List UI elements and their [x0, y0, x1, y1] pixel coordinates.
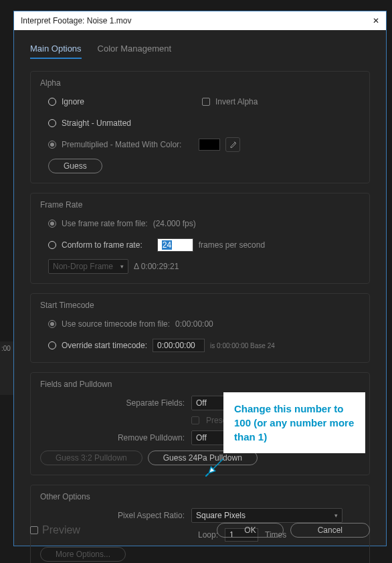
tab-color-management[interactable]: Color Management [98, 44, 172, 59]
radio-premultiplied[interactable] [48, 141, 56, 149]
cancel-button[interactable]: Cancel [290, 523, 370, 538]
dialog-footer: Preview OK Cancel [30, 523, 370, 538]
more-options-button: More Options... [40, 547, 126, 562]
dialog-body: Main Options Color Management Alpha Igno… [14, 30, 386, 563]
alpha-title: Alpha [40, 78, 360, 88]
chevron-down-icon: ▾ [334, 512, 338, 519]
remove-pulldown-value: Off [196, 433, 207, 443]
chevron-down-icon: ▾ [120, 263, 124, 270]
matte-color-swatch[interactable] [199, 139, 220, 151]
label-override-timecode: Override start timecode: [62, 341, 147, 350]
separate-fields-label: Separate Fields: [40, 398, 185, 408]
radio-source-timecode[interactable] [48, 320, 56, 328]
label-straight: Straight - Unmatted [62, 118, 131, 128]
guess-button[interactable]: Guess [48, 159, 102, 173]
label-ignore: Ignore [62, 97, 84, 106]
conform-framerate-input[interactable]: 24 [157, 238, 193, 252]
radio-override-timecode[interactable] [48, 341, 56, 349]
guess-32-pulldown-button: Guess 3:2 Pulldown [40, 451, 142, 465]
delta-label: Δ 0:00:29:21 [134, 262, 179, 271]
tab-main-options[interactable]: Main Options [30, 44, 82, 59]
close-button[interactable]: ✕ [373, 17, 379, 25]
checkbox-invert-alpha[interactable] [202, 98, 210, 106]
label-premultiplied: Premultiplied - Matted With Color: [62, 140, 181, 149]
titlebar: Interpret Footage: Noise 1.mov ✕ [14, 11, 386, 30]
framerate-title: Frame Rate [40, 200, 360, 210]
background-panel: :00 [0, 341, 13, 395]
radio-conform[interactable] [48, 241, 56, 249]
eyedropper-icon [229, 141, 237, 149]
par-label: Pixel Aspect Ratio: [40, 511, 185, 520]
bg-text: :00 [1, 345, 11, 352]
drop-frame-select: Non-Drop Frame ▾ [48, 259, 128, 274]
fps-label: frames per second [199, 240, 265, 250]
label-invert-alpha: Invert Alpha [215, 97, 258, 106]
timecode-group: Start Timecode Use source timecode from … [30, 293, 370, 363]
radio-ignore[interactable] [48, 98, 56, 106]
pointer-hand-icon [204, 454, 228, 481]
separate-fields-value: Off [196, 398, 207, 408]
pixel-aspect-ratio-select[interactable]: Square Pixels ▾ [191, 508, 342, 523]
dialog-title: Interpret Footage: Noise 1.mov [21, 16, 131, 25]
timecode-base: is 0:00:00:00 Base 24 [210, 342, 275, 349]
alpha-group: Alpha Ignore Invert Alpha Straight - Unm… [30, 71, 370, 183]
interpret-footage-dialog: Interpret Footage: Noise 1.mov ✕ Main Op… [13, 11, 387, 546]
radio-straight[interactable] [48, 119, 56, 127]
par-value: Square Pixels [196, 511, 246, 520]
tab-bar: Main Options Color Management [30, 44, 370, 59]
eyedropper-button[interactable] [225, 137, 240, 152]
source-timecode-value: 0:00:00:00 [175, 319, 213, 329]
override-timecode-input[interactable]: 0:00:00:00 [153, 339, 205, 352]
fields-title: Fields and Pulldown [40, 380, 360, 389]
ok-button[interactable]: OK [217, 523, 283, 538]
annotation-callout: Change this number to 100 (or any number… [223, 392, 365, 453]
timecode-title: Start Timecode [40, 301, 360, 310]
label-conform: Conform to frame rate: [62, 240, 142, 250]
preview-label: Preview [42, 524, 80, 536]
framerate-file-value: (24.000 fps) [153, 219, 196, 228]
radio-framerate-file[interactable] [48, 220, 56, 228]
framerate-group: Frame Rate Use frame rate from file: (24… [30, 193, 370, 284]
drop-frame-value: Non-Drop Frame [53, 262, 113, 271]
checkbox-preview[interactable] [30, 526, 38, 534]
label-framerate-file: Use frame rate from file: [62, 219, 148, 228]
other-title: Other Options [40, 492, 360, 501]
checkbox-preserve-edges [191, 416, 199, 424]
remove-pulldown-label: Remove Pulldown: [40, 433, 185, 443]
label-source-timecode: Use source timecode from file: [62, 319, 170, 329]
